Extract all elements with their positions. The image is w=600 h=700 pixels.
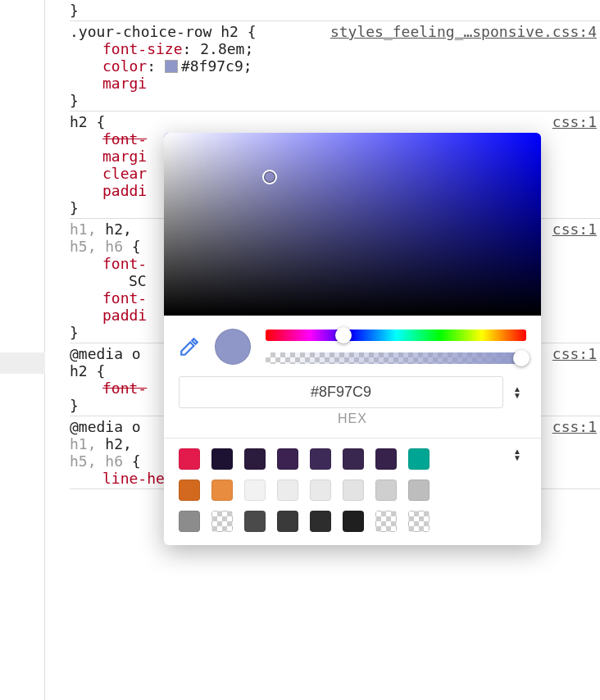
hex-input[interactable] (179, 376, 503, 408)
palette-swatch[interactable] (408, 448, 430, 470)
property-name[interactable]: color (102, 57, 147, 75)
property-name[interactable]: font- (102, 255, 147, 272)
palette-swatch[interactable] (310, 448, 331, 470)
palette-swatch[interactable] (211, 511, 233, 532)
chevron-down-icon: ▼ (513, 393, 526, 399)
selector[interactable]: } (70, 2, 600, 19)
property-name[interactable]: margi (102, 75, 147, 92)
property-value[interactable]: #8f97c9; (181, 57, 252, 75)
palette-row (179, 511, 526, 532)
source-link[interactable]: styles_feeling_…sponsive.css:4 (330, 23, 597, 40)
source-link[interactable]: css:1 (552, 113, 597, 130)
declaration[interactable]: color: #8f97c9; (70, 57, 600, 75)
palette-swatch[interactable] (375, 511, 397, 532)
property-name[interactable]: font- (102, 380, 147, 397)
current-color-swatch (215, 329, 251, 365)
palette-swatch[interactable] (375, 448, 397, 470)
palette-swatch[interactable] (343, 511, 364, 532)
palette-swatch[interactable] (179, 480, 200, 501)
palette-swatch[interactable] (244, 480, 266, 501)
palette-spinner[interactable]: ▲ ▼ (513, 448, 526, 461)
gutter-marker (0, 352, 45, 374)
format-label: HEX (164, 408, 541, 438)
declaration[interactable]: margi (70, 75, 600, 92)
palette-swatch[interactable] (179, 448, 200, 470)
palette-swatch[interactable] (310, 511, 331, 532)
palette-swatch[interactable] (375, 480, 397, 501)
palette-swatch[interactable] (211, 480, 233, 501)
palette-swatch[interactable] (343, 448, 364, 470)
source-link[interactable]: css:1 (552, 220, 597, 238)
sv-cursor[interactable] (262, 170, 277, 184)
property-name[interactable]: font-size (102, 40, 183, 57)
declaration-text: SC (129, 272, 147, 289)
declaration[interactable]: font-size: 2.8em; (70, 40, 600, 57)
chevron-down-icon: ▼ (513, 455, 526, 461)
format-spinner[interactable]: ▲ ▼ (513, 386, 526, 399)
property-name[interactable]: margi (102, 148, 147, 165)
source-link[interactable]: css:1 (552, 345, 597, 362)
alpha-slider[interactable] (266, 352, 526, 364)
palette-swatch[interactable] (408, 511, 430, 532)
palette-swatch[interactable] (277, 511, 298, 532)
property-name[interactable]: paddi (102, 307, 147, 324)
palette-swatch[interactable] (179, 511, 200, 532)
picker-mid-row (164, 316, 541, 371)
property-value[interactable]: 2.8em; (200, 40, 253, 57)
palette-row (179, 480, 526, 501)
color-picker-panel: ▲ ▼ HEX ▲ ▼ (164, 133, 541, 545)
palette-swatch[interactable] (277, 448, 298, 470)
sliders (266, 330, 526, 364)
property-name[interactable]: clear (102, 165, 147, 182)
palette-row (179, 448, 526, 470)
palette-swatch[interactable] (244, 448, 266, 470)
palette: ▲ ▼ (164, 439, 541, 545)
hue-slider[interactable] (266, 330, 526, 341)
source-link[interactable]: css:1 (552, 418, 597, 435)
palette-swatch[interactable] (211, 448, 233, 470)
property-name[interactable]: font- (102, 289, 147, 307)
palette-swatch[interactable] (408, 480, 430, 501)
gutter (0, 0, 45, 700)
property-name[interactable]: font- (102, 130, 147, 148)
property-name[interactable]: paddi (102, 182, 147, 199)
alpha-thumb[interactable] (513, 350, 530, 366)
hue-thumb[interactable] (335, 327, 352, 343)
palette-swatch[interactable] (244, 511, 266, 532)
eyedropper-icon[interactable] (179, 336, 200, 357)
selector[interactable]: h2 { (70, 113, 600, 130)
color-swatch[interactable] (165, 60, 178, 73)
palette-swatch[interactable] (343, 480, 364, 501)
hex-row: ▲ ▼ (164, 371, 541, 408)
close-brace: } (70, 92, 600, 109)
palette-swatch[interactable] (277, 480, 298, 501)
palette-swatch[interactable] (310, 480, 331, 501)
style-rule[interactable]: styles_feeling_…sponsive.css:4.your-choi… (70, 21, 600, 111)
style-rule[interactable]: } (70, 0, 600, 21)
saturation-value-area[interactable] (164, 133, 541, 316)
